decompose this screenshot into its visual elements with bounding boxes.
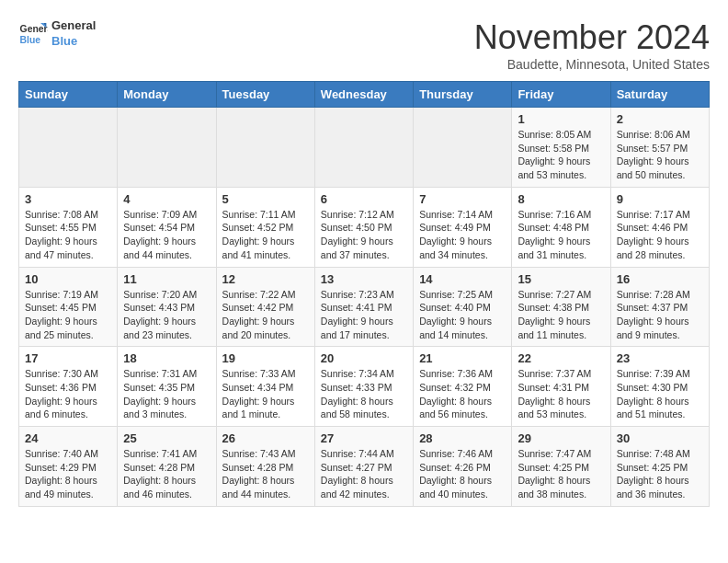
day-info: Sunrise: 7:43 AM Sunset: 4:28 PM Dayligh… bbox=[222, 447, 309, 501]
header-wednesday: Wednesday bbox=[314, 82, 413, 108]
calendar-cell bbox=[19, 108, 118, 188]
day-info: Sunrise: 7:44 AM Sunset: 4:27 PM Dayligh… bbox=[321, 447, 407, 501]
header-sunday: Sunday bbox=[19, 82, 118, 108]
day-number: 19 bbox=[222, 351, 309, 365]
day-number: 26 bbox=[222, 431, 309, 445]
day-info: Sunrise: 7:11 AM Sunset: 4:52 PM Dayligh… bbox=[222, 208, 309, 262]
calendar-cell: 20Sunrise: 7:34 AM Sunset: 4:33 PM Dayli… bbox=[314, 347, 413, 427]
calendar-cell: 2Sunrise: 8:06 AM Sunset: 5:57 PM Daylig… bbox=[610, 108, 709, 188]
logo-line1: General bbox=[51, 18, 96, 34]
calendar-week-2: 3Sunrise: 7:08 AM Sunset: 4:55 PM Daylig… bbox=[19, 187, 710, 267]
calendar-cell: 29Sunrise: 7:47 AM Sunset: 4:25 PM Dayli… bbox=[512, 427, 610, 507]
day-number: 1 bbox=[518, 112, 604, 126]
calendar-cell: 19Sunrise: 7:33 AM Sunset: 4:34 PM Dayli… bbox=[216, 347, 314, 427]
day-number: 13 bbox=[321, 272, 407, 286]
day-info: Sunrise: 7:39 AM Sunset: 4:30 PM Dayligh… bbox=[617, 367, 703, 421]
day-info: Sunrise: 7:41 AM Sunset: 4:28 PM Dayligh… bbox=[123, 447, 210, 501]
calendar-cell: 6Sunrise: 7:12 AM Sunset: 4:50 PM Daylig… bbox=[314, 187, 413, 267]
svg-text:General: General bbox=[20, 24, 48, 34]
day-info: Sunrise: 7:17 AM Sunset: 4:46 PM Dayligh… bbox=[617, 208, 703, 262]
calendar-cell: 15Sunrise: 7:27 AM Sunset: 4:38 PM Dayli… bbox=[512, 267, 610, 347]
calendar-cell: 22Sunrise: 7:37 AM Sunset: 4:31 PM Dayli… bbox=[512, 347, 610, 427]
day-info: Sunrise: 7:47 AM Sunset: 4:25 PM Dayligh… bbox=[518, 447, 604, 501]
calendar-cell: 18Sunrise: 7:31 AM Sunset: 4:35 PM Dayli… bbox=[118, 347, 216, 427]
calendar-week-5: 24Sunrise: 7:40 AM Sunset: 4:29 PM Dayli… bbox=[19, 427, 710, 507]
calendar-week-3: 10Sunrise: 7:19 AM Sunset: 4:45 PM Dayli… bbox=[19, 267, 710, 347]
calendar-cell: 11Sunrise: 7:20 AM Sunset: 4:43 PM Dayli… bbox=[118, 267, 216, 347]
day-number: 9 bbox=[617, 192, 703, 206]
day-number: 23 bbox=[617, 351, 703, 365]
calendar-cell: 1Sunrise: 8:05 AM Sunset: 5:58 PM Daylig… bbox=[512, 108, 610, 188]
day-info: Sunrise: 7:25 AM Sunset: 4:40 PM Dayligh… bbox=[419, 288, 506, 342]
day-info: Sunrise: 7:19 AM Sunset: 4:45 PM Dayligh… bbox=[25, 288, 111, 342]
day-number: 28 bbox=[419, 431, 506, 445]
calendar-cell: 3Sunrise: 7:08 AM Sunset: 4:55 PM Daylig… bbox=[19, 187, 118, 267]
calendar-cell: 5Sunrise: 7:11 AM Sunset: 4:52 PM Daylig… bbox=[216, 187, 314, 267]
day-info: Sunrise: 7:20 AM Sunset: 4:43 PM Dayligh… bbox=[123, 288, 210, 342]
day-number: 24 bbox=[25, 431, 111, 445]
calendar-cell bbox=[314, 108, 413, 188]
day-info: Sunrise: 7:30 AM Sunset: 4:36 PM Dayligh… bbox=[25, 367, 111, 421]
calendar-cell: 14Sunrise: 7:25 AM Sunset: 4:40 PM Dayli… bbox=[414, 267, 512, 347]
calendar-cell bbox=[118, 108, 216, 188]
day-number: 22 bbox=[518, 351, 604, 365]
logo: General Blue General Blue bbox=[18, 18, 96, 50]
calendar-header-row: SundayMondayTuesdayWednesdayThursdayFrid… bbox=[19, 82, 710, 108]
day-info: Sunrise: 7:14 AM Sunset: 4:49 PM Dayligh… bbox=[419, 208, 506, 262]
day-info: Sunrise: 7:28 AM Sunset: 4:37 PM Dayligh… bbox=[617, 288, 703, 342]
day-info: Sunrise: 8:06 AM Sunset: 5:57 PM Dayligh… bbox=[617, 128, 703, 182]
day-number: 5 bbox=[222, 192, 309, 206]
calendar-cell bbox=[414, 108, 512, 188]
logo-line2: Blue bbox=[51, 34, 96, 50]
calendar-cell: 4Sunrise: 7:09 AM Sunset: 4:54 PM Daylig… bbox=[118, 187, 216, 267]
day-info: Sunrise: 7:34 AM Sunset: 4:33 PM Dayligh… bbox=[321, 367, 407, 421]
calendar-cell: 13Sunrise: 7:23 AM Sunset: 4:41 PM Dayli… bbox=[314, 267, 413, 347]
day-info: Sunrise: 7:16 AM Sunset: 4:48 PM Dayligh… bbox=[518, 208, 604, 262]
day-info: Sunrise: 7:46 AM Sunset: 4:26 PM Dayligh… bbox=[419, 447, 506, 501]
day-number: 29 bbox=[518, 431, 604, 445]
calendar-cell: 10Sunrise: 7:19 AM Sunset: 4:45 PM Dayli… bbox=[19, 267, 118, 347]
calendar-cell: 17Sunrise: 7:30 AM Sunset: 4:36 PM Dayli… bbox=[19, 347, 118, 427]
header-friday: Friday bbox=[512, 82, 610, 108]
day-number: 15 bbox=[518, 272, 604, 286]
day-number: 4 bbox=[123, 192, 210, 206]
calendar-cell: 28Sunrise: 7:46 AM Sunset: 4:26 PM Dayli… bbox=[414, 427, 512, 507]
page-header: General Blue General Blue November 2024 … bbox=[18, 18, 710, 72]
day-info: Sunrise: 7:09 AM Sunset: 4:54 PM Dayligh… bbox=[123, 208, 210, 262]
day-number: 2 bbox=[617, 112, 703, 126]
calendar-cell: 24Sunrise: 7:40 AM Sunset: 4:29 PM Dayli… bbox=[19, 427, 118, 507]
day-number: 27 bbox=[321, 431, 407, 445]
day-info: Sunrise: 7:22 AM Sunset: 4:42 PM Dayligh… bbox=[222, 288, 309, 342]
calendar-cell: 30Sunrise: 7:48 AM Sunset: 4:25 PM Dayli… bbox=[610, 427, 709, 507]
calendar-cell: 23Sunrise: 7:39 AM Sunset: 4:30 PM Dayli… bbox=[610, 347, 709, 427]
day-number: 21 bbox=[419, 351, 506, 365]
calendar-cell: 9Sunrise: 7:17 AM Sunset: 4:46 PM Daylig… bbox=[610, 187, 709, 267]
logo-icon: General Blue bbox=[18, 19, 48, 49]
calendar-week-1: 1Sunrise: 8:05 AM Sunset: 5:58 PM Daylig… bbox=[19, 108, 710, 188]
day-info: Sunrise: 7:12 AM Sunset: 4:50 PM Dayligh… bbox=[321, 208, 407, 262]
day-number: 12 bbox=[222, 272, 309, 286]
calendar-cell: 25Sunrise: 7:41 AM Sunset: 4:28 PM Dayli… bbox=[118, 427, 216, 507]
header-thursday: Thursday bbox=[414, 82, 512, 108]
location: Baudette, Minnesota, United States bbox=[474, 57, 710, 72]
calendar-cell bbox=[216, 108, 314, 188]
header-saturday: Saturday bbox=[610, 82, 709, 108]
calendar-cell: 21Sunrise: 7:36 AM Sunset: 4:32 PM Dayli… bbox=[414, 347, 512, 427]
day-number: 10 bbox=[25, 272, 111, 286]
svg-text:Blue: Blue bbox=[20, 34, 41, 44]
header-monday: Monday bbox=[118, 82, 216, 108]
day-number: 18 bbox=[123, 351, 210, 365]
day-info: Sunrise: 7:31 AM Sunset: 4:35 PM Dayligh… bbox=[123, 367, 210, 421]
day-number: 17 bbox=[25, 351, 111, 365]
day-number: 6 bbox=[321, 192, 407, 206]
day-info: Sunrise: 8:05 AM Sunset: 5:58 PM Dayligh… bbox=[518, 128, 604, 182]
day-info: Sunrise: 7:37 AM Sunset: 4:31 PM Dayligh… bbox=[518, 367, 604, 421]
day-number: 3 bbox=[25, 192, 111, 206]
calendar-cell: 7Sunrise: 7:14 AM Sunset: 4:49 PM Daylig… bbox=[414, 187, 512, 267]
day-number: 14 bbox=[419, 272, 506, 286]
header-tuesday: Tuesday bbox=[216, 82, 314, 108]
day-number: 11 bbox=[123, 272, 210, 286]
calendar-cell: 12Sunrise: 7:22 AM Sunset: 4:42 PM Dayli… bbox=[216, 267, 314, 347]
day-info: Sunrise: 7:36 AM Sunset: 4:32 PM Dayligh… bbox=[419, 367, 506, 421]
title-block: November 2024 Baudette, Minnesota, Unite… bbox=[474, 18, 710, 72]
